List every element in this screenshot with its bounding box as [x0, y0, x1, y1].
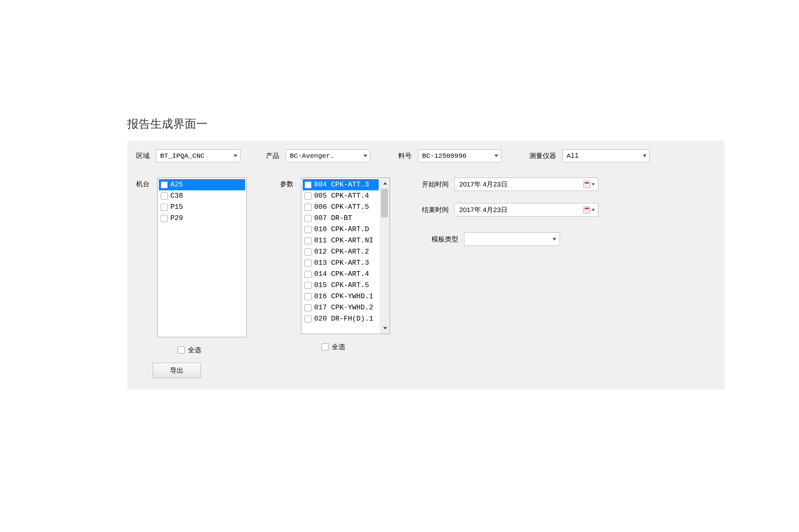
chevron-down-icon — [592, 183, 595, 186]
param-item[interactable]: 017 CPK-YWHD.2 — [303, 302, 379, 313]
param-item-checkbox[interactable] — [305, 316, 312, 323]
machines-listbox[interactable]: A25C38P15P29 — [157, 177, 247, 337]
area-dropdown[interactable]: BT_IPQA_CNC — [156, 149, 240, 162]
machine-item-checkbox[interactable] — [161, 215, 168, 222]
param-item-label: 006 CPK-ATT.5 — [314, 203, 369, 211]
chevron-down-icon — [234, 155, 237, 157]
param-item-label: 015 CPK-ART.5 — [314, 281, 369, 289]
machines-select-all-label: 全选 — [188, 345, 201, 355]
params-scrollbar[interactable] — [380, 178, 389, 334]
instrument-dropdown[interactable]: All — [563, 149, 650, 162]
param-item[interactable]: 013 CPK-ART.3 — [303, 258, 379, 269]
scroll-up-button[interactable] — [381, 179, 389, 187]
param-item[interactable]: 015 CPK-ART.5 — [303, 280, 379, 291]
param-item-label: 013 CPK-ART.3 — [314, 259, 369, 267]
start-date-value: 2017年 4月23日 — [459, 180, 508, 189]
chevron-down-icon — [592, 209, 595, 211]
scroll-thumb[interactable] — [381, 189, 388, 217]
param-item-checkbox[interactable] — [305, 293, 312, 300]
start-date-field[interactable]: 2017年 4月23日 — [454, 177, 598, 191]
param-item-checkbox[interactable] — [305, 215, 312, 222]
param-item-checkbox[interactable] — [305, 237, 312, 244]
param-item[interactable]: 016 CPK-YWHD.1 — [303, 291, 379, 302]
machine-item-checkbox[interactable] — [161, 204, 168, 211]
param-item-label: 004 CPK-ATT.3 — [314, 181, 369, 189]
param-item-label: 005 CPK-ATT.4 — [314, 192, 369, 200]
param-item-checkbox[interactable] — [305, 182, 312, 188]
start-date-label: 开始时间 — [422, 180, 449, 189]
param-item-label: 016 CPK-YWHD.1 — [314, 292, 373, 301]
chevron-down-icon — [363, 155, 367, 157]
export-button[interactable]: 导出 — [153, 363, 201, 378]
end-date-label: 结束时间 — [422, 205, 449, 214]
param-item-checkbox[interactable] — [305, 271, 312, 278]
instrument-value: All — [567, 152, 579, 160]
param-item[interactable]: 007 DR-BT — [303, 213, 379, 224]
machine-item-label: A25 — [170, 181, 183, 189]
param-item-checkbox[interactable] — [305, 248, 312, 255]
param-item-label: 017 CPK-YWHD.2 — [314, 304, 373, 312]
instrument-label: 测量仪器 — [529, 151, 556, 160]
chevron-down-icon — [494, 155, 498, 157]
param-item-checkbox[interactable] — [305, 204, 312, 211]
param-item[interactable]: 020 DR-FH(D).1 — [303, 313, 379, 324]
params-listbox[interactable]: 004 CPK-ATT.3005 CPK-ATT.4006 CPK-ATT.50… — [301, 177, 390, 334]
product-dropdown[interactable]: BC-Avenger. — [286, 149, 370, 162]
end-date-value: 2017年 4月23日 — [459, 205, 508, 214]
params-label: 参数 — [280, 179, 293, 351]
machine-item-checkbox[interactable] — [161, 193, 168, 200]
param-item[interactable]: 006 CPK-ATT.5 — [303, 202, 379, 213]
chevron-up-icon — [383, 182, 387, 185]
calendar-icon — [583, 181, 590, 188]
machine-item[interactable]: P29 — [159, 213, 245, 224]
template-type-label: 模板类型 — [432, 235, 458, 244]
export-button-label: 导出 — [170, 366, 183, 375]
calendar-button[interactable] — [583, 206, 595, 213]
params-select-all-label: 全选 — [332, 342, 345, 351]
param-item-label: 012 CPK-ART.2 — [314, 248, 369, 256]
chevron-down-icon — [643, 155, 647, 157]
calendar-button[interactable] — [583, 181, 595, 188]
page-title: 报告生成界面一 — [127, 116, 725, 132]
top-filter-row: 区域 BT_IPQA_CNC 产品 BC-Avenger. 料号 BC-1250… — [136, 149, 716, 162]
area-value: BT_IPQA_CNC — [160, 152, 204, 160]
chevron-down-icon — [552, 238, 557, 241]
product-label: 产品 — [266, 151, 279, 160]
scroll-down-button[interactable] — [381, 324, 389, 332]
param-item[interactable]: 010 CPK-ART.D — [303, 224, 379, 235]
param-item-label: 010 CPK-ART.D — [314, 225, 369, 233]
param-item[interactable]: 014 CPK-ART.4 — [303, 269, 379, 280]
area-label: 区域 — [136, 151, 149, 160]
param-item-checkbox[interactable] — [305, 304, 312, 311]
chevron-down-icon — [383, 327, 387, 329]
params-select-all-checkbox[interactable] — [322, 343, 329, 350]
calendar-icon — [583, 206, 590, 213]
param-item[interactable]: 012 CPK-ART.2 — [303, 246, 379, 258]
end-date-field[interactable]: 2017年 4月23日 — [454, 203, 598, 216]
param-item-checkbox[interactable] — [305, 260, 312, 267]
machines-select-all-checkbox[interactable] — [178, 346, 185, 354]
param-item-label: 011 CPK-ART.NI — [314, 236, 373, 245]
param-item-checkbox[interactable] — [305, 226, 312, 233]
machine-item-label: C38 — [170, 192, 183, 200]
param-item-checkbox[interactable] — [305, 282, 312, 289]
machine-item-label: P15 — [170, 203, 183, 211]
machine-item-checkbox[interactable] — [161, 182, 168, 188]
material-label: 料号 — [398, 151, 412, 160]
param-item-checkbox[interactable] — [305, 193, 312, 200]
template-type-dropdown[interactable] — [464, 232, 560, 246]
param-item[interactable]: 005 CPK-ATT.4 — [303, 190, 379, 202]
param-item-label: 014 CPK-ART.4 — [314, 270, 369, 278]
product-value: BC-Avenger. — [290, 152, 334, 160]
machine-item-label: P29 — [170, 214, 183, 222]
param-item[interactable]: 004 CPK-ATT.3 — [303, 179, 379, 190]
machine-item[interactable]: P15 — [159, 202, 245, 213]
machine-item[interactable]: A25 — [159, 179, 245, 190]
material-value: BC-12500996 — [422, 152, 467, 160]
machine-item[interactable]: C38 — [159, 190, 245, 202]
param-item-label: 020 DR-FH(D).1 — [314, 315, 373, 323]
param-item[interactable]: 011 CPK-ART.NI — [303, 235, 379, 246]
material-dropdown[interactable]: BC-12500996 — [418, 149, 501, 162]
form-panel: 区域 BT_IPQA_CNC 产品 BC-Avenger. 料号 BC-1250… — [127, 139, 725, 390]
param-item-label: 007 DR-BT — [314, 214, 352, 222]
